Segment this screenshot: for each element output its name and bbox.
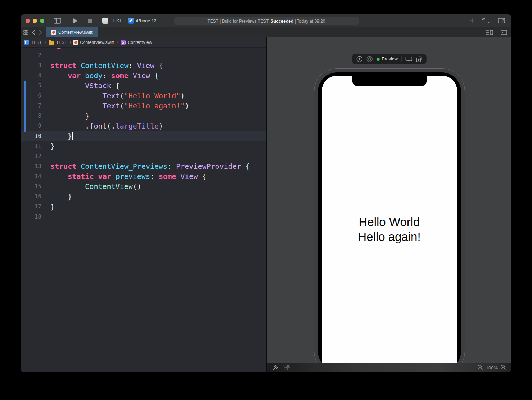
line-number[interactable]: 12 xyxy=(21,151,41,161)
line-number[interactable]: 11 xyxy=(21,141,41,151)
code-line[interactable]: } xyxy=(50,141,266,151)
line-number[interactable]: 5 xyxy=(21,81,41,91)
adjust-editor-options-icon[interactable] xyxy=(486,30,493,35)
code-line[interactable]: } xyxy=(50,192,266,202)
tab-overview-icon[interactable] xyxy=(23,30,28,35)
source-editor[interactable]: 23456789101112131415161718 struct Conten… xyxy=(21,48,266,372)
run-destination-name: iPhone 12 xyxy=(136,18,156,23)
toggle-navigator-icon[interactable] xyxy=(54,18,61,24)
minimize-window-button[interactable] xyxy=(33,19,37,23)
struct-symbol-icon: S xyxy=(121,40,126,45)
line-number[interactable]: 16 xyxy=(21,192,41,202)
activity-status[interactable]: TEST | Build for Previews TEST: Succeede… xyxy=(174,17,359,25)
line-number[interactable]: 13 xyxy=(21,161,41,171)
library-add-icon[interactable] xyxy=(469,18,475,23)
live-preview-icon[interactable] xyxy=(356,56,362,62)
line-number[interactable]: 6 xyxy=(21,91,41,101)
folder-icon xyxy=(49,41,54,45)
code-line[interactable] xyxy=(50,151,266,161)
iphone-preview-screen[interactable]: Hello World Hello again! xyxy=(322,76,457,363)
preview-on-device-icon[interactable] xyxy=(405,56,412,62)
code-line[interactable]: } xyxy=(50,111,266,121)
go-back-icon[interactable] xyxy=(32,30,35,35)
line-number[interactable]: 4 xyxy=(21,71,41,81)
preview-text-line: Hello again! xyxy=(322,229,457,244)
status-text-suffix: | Today at 09:20 xyxy=(293,19,325,24)
breadcrumb-separator: ⟩ xyxy=(117,40,118,44)
preview-rendered-text: Hello World Hello again! xyxy=(322,215,457,244)
line-number[interactable]: 10 xyxy=(21,131,41,141)
line-number[interactable]: 3 xyxy=(21,60,41,71)
go-forward-icon[interactable] xyxy=(39,30,42,35)
code-line[interactable]: .font(.largeTitle) xyxy=(50,121,266,131)
breadcrumb: TEST ⟩ TEST ⟩ ContentView.swift ⟩ S Cont… xyxy=(21,37,266,48)
add-editor-icon[interactable] xyxy=(501,30,507,35)
code-line[interactable]: } xyxy=(50,202,266,212)
code-line[interactable]: Text("Hello again!") xyxy=(50,101,266,111)
code-line[interactable] xyxy=(50,50,266,60)
code-line[interactable]: struct ContentView: View { xyxy=(50,60,266,71)
preview-status: Preview xyxy=(376,57,397,62)
xcode-window: TEST ⟩ iPhone 12 TEST | Build for Previe… xyxy=(21,14,511,372)
code-line[interactable]: var body: some View { xyxy=(50,71,266,81)
zoom-window-button[interactable] xyxy=(40,19,44,23)
selectable-preview-icon[interactable] xyxy=(366,56,373,62)
breadcrumb-file[interactable]: ContentView.swift xyxy=(73,40,114,45)
project-icon xyxy=(24,40,29,45)
zoom-level[interactable]: 100% xyxy=(486,365,498,370)
text-cursor xyxy=(72,132,73,140)
status-text-prefix: TEST | Build for Previews TEST: xyxy=(207,19,270,24)
line-number[interactable]: 7 xyxy=(21,101,41,111)
line-number[interactable]: 17 xyxy=(21,202,41,212)
preview-toolbar: Preview xyxy=(352,54,426,64)
code-line[interactable]: ContentView() xyxy=(50,181,266,192)
code-review-icon[interactable] xyxy=(482,18,491,23)
scheme-selector[interactable]: TEST ⟩ iPhone 12 xyxy=(102,18,157,24)
scheme-name: TEST xyxy=(111,18,122,23)
code-line[interactable]: static var previews: some View { xyxy=(50,171,266,181)
iphone-notch xyxy=(352,76,427,86)
tab-label: ContentView.swift xyxy=(58,30,93,35)
line-number[interactable]: 15 xyxy=(21,181,41,192)
code-line[interactable]: Text("Hello World") xyxy=(50,91,266,101)
scheme-target-icon xyxy=(102,18,108,24)
line-number[interactable]: 8 xyxy=(21,111,41,121)
preview-pane: Preview xyxy=(267,37,511,372)
stop-button[interactable] xyxy=(88,19,92,23)
code-line[interactable]: } xyxy=(50,131,266,141)
inspector-toggle-icon[interactable] xyxy=(498,18,505,23)
preview-bottom-bar: 100% xyxy=(267,363,511,372)
duplicate-preview-icon[interactable] xyxy=(416,56,423,62)
line-number[interactable]: 14 xyxy=(21,171,41,181)
code-line[interactable]: VStack { xyxy=(50,81,266,91)
line-number[interactable]: 18 xyxy=(21,212,41,222)
code-line[interactable] xyxy=(50,212,266,222)
zoom-out-icon[interactable] xyxy=(477,365,483,371)
breadcrumb-label: ContentView.swift xyxy=(80,40,114,45)
run-button[interactable] xyxy=(73,18,78,24)
preview-canvas: Preview xyxy=(267,37,511,363)
line-number[interactable]: 2 xyxy=(21,50,41,60)
tab-bar: ContentView.swift xyxy=(21,27,511,37)
line-number[interactable]: 9 xyxy=(21,121,41,131)
preview-settings-icon[interactable] xyxy=(284,365,290,370)
breadcrumb-group[interactable]: TEST xyxy=(49,40,67,45)
zoom-in-icon[interactable] xyxy=(500,365,506,371)
preview-toolbar-separator xyxy=(401,56,402,62)
breadcrumb-separator: ⟩ xyxy=(45,40,46,44)
code-line[interactable]: struct ContentView_Previews: PreviewProv… xyxy=(50,161,266,171)
pin-preview-icon[interactable] xyxy=(272,365,278,371)
line-number-gutter[interactable]: 23456789101112131415161718 xyxy=(21,48,44,372)
breadcrumb-symbol[interactable]: S ContentView xyxy=(121,40,152,45)
toolbar-separator xyxy=(497,30,497,35)
code-lines[interactable]: struct ContentView: View { var body: som… xyxy=(44,48,266,372)
window-toolbar: TEST ⟩ iPhone 12 TEST | Build for Previe… xyxy=(21,14,511,27)
run-destination-icon xyxy=(128,18,134,24)
breadcrumb-project[interactable]: TEST xyxy=(24,40,42,45)
status-text-result: Succeeded xyxy=(271,19,293,24)
breadcrumb-label: ContentView xyxy=(128,40,152,45)
preview-label: Preview xyxy=(382,57,397,62)
preview-live-dot xyxy=(376,58,379,61)
tab-contentview-swift[interactable]: ContentView.swift xyxy=(46,27,98,37)
close-window-button[interactable] xyxy=(26,19,30,23)
